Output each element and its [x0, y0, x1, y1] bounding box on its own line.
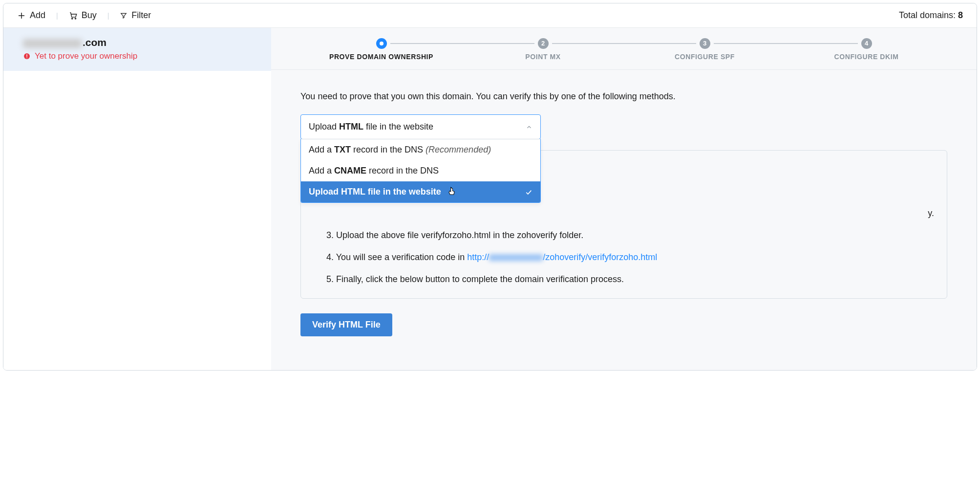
verification-method-select: Upload HTML file in the website Add a TX… — [300, 114, 541, 139]
chevron-up-icon — [526, 124, 533, 131]
step-configure-spf[interactable]: 3 CONFIGURE SPF — [624, 38, 786, 61]
content-area: PROVE DOMAIN OWNERSHIP 2 POINT MX 3 CONF… — [271, 28, 977, 370]
check-icon — [525, 188, 533, 196]
toolbar-separator: | — [107, 12, 110, 20]
domain-status-text: Yet to prove your ownership — [35, 51, 137, 61]
step-label: CONFIGURE DKIM — [786, 53, 947, 61]
plus-icon — [17, 11, 26, 20]
total-domains-count: 8 — [958, 10, 963, 20]
svg-rect-5 — [26, 54, 27, 57]
total-domains-label: Total domains: — [899, 10, 958, 20]
add-button[interactable]: Add — [17, 10, 45, 21]
domain-name-redacted — [23, 39, 82, 48]
total-domains: Total domains: 8 — [899, 10, 963, 21]
step-circle: 3 — [700, 38, 710, 49]
step-circle: 4 — [861, 38, 872, 49]
domain-sidebar: .com Yet to prove your ownership — [3, 28, 271, 370]
step-circle — [376, 38, 387, 49]
cart-icon — [69, 11, 78, 20]
step-configure-dkim[interactable]: 4 CONFIGURE DKIM — [786, 38, 947, 61]
step-prove-ownership[interactable]: PROVE DOMAIN OWNERSHIP — [300, 38, 462, 61]
svg-point-2 — [71, 18, 72, 19]
buy-button[interactable]: Buy — [69, 10, 97, 21]
select-menu: Add a TXT record in the DNS (Recommended… — [300, 139, 541, 203]
toolbar-left: Add | Buy | Filter — [17, 10, 151, 21]
step-point-mx[interactable]: 2 POINT MX — [462, 38, 624, 61]
instruction-step-5: 5. Finally, click the below button to co… — [314, 274, 934, 285]
cursor-icon — [447, 186, 456, 199]
step-label: PROVE DOMAIN OWNERSHIP — [300, 53, 462, 61]
select-trigger-text: Upload HTML file in the website — [309, 122, 433, 132]
main-layout: .com Yet to prove your ownership PROVE D… — [3, 28, 977, 370]
instruction-step-3: 3. Upload the above file verifyforzoho.h… — [314, 230, 934, 241]
instruction-step-partial: y. — [314, 208, 934, 219]
toolbar-separator: | — [55, 12, 59, 20]
option-label: Add a TXT record in the DNS (Recommended… — [309, 145, 491, 155]
step-circle: 2 — [538, 38, 549, 49]
add-label: Add — [30, 10, 45, 21]
step-label: POINT MX — [462, 53, 624, 61]
select-trigger[interactable]: Upload HTML file in the website — [300, 114, 541, 139]
domain-name: .com — [23, 37, 252, 48]
stepper: PROVE DOMAIN OWNERSHIP 2 POINT MX 3 CONF… — [271, 28, 977, 70]
option-upload-html[interactable]: Upload HTML file in the website — [301, 181, 540, 202]
option-cname-record[interactable]: Add a CNAME record in the DNS — [301, 160, 540, 181]
filter-icon — [120, 12, 128, 20]
buy-label: Buy — [82, 10, 97, 21]
intro-text: You need to prove that you own this doma… — [300, 91, 947, 102]
instruction-step-4: 4. You will see a verification code in h… — [314, 252, 934, 263]
filter-button[interactable]: Filter — [120, 10, 151, 21]
toolbar: Add | Buy | Filter Total domains: 8 — [3, 3, 977, 28]
step-label: CONFIGURE SPF — [624, 53, 786, 61]
url-redacted — [489, 254, 543, 261]
app-frame: Add | Buy | Filter Total domains: 8 — [3, 3, 977, 371]
domain-card[interactable]: .com Yet to prove your ownership — [3, 28, 271, 71]
filter-label: Filter — [131, 10, 151, 21]
svg-rect-6 — [26, 58, 27, 58]
option-txt-record[interactable]: Add a TXT record in the DNS (Recommended… — [301, 139, 540, 160]
option-label: Upload HTML file in the website — [309, 187, 441, 197]
option-label: Add a CNAME record in the DNS — [309, 166, 439, 176]
domain-suffix: .com — [83, 37, 107, 48]
domain-status: Yet to prove your ownership — [23, 51, 252, 61]
verify-html-button[interactable]: Verify HTML File — [300, 313, 392, 336]
content-body: You need to prove that you own this doma… — [271, 70, 977, 358]
svg-point-3 — [75, 18, 76, 19]
warning-icon — [23, 52, 31, 60]
verification-url-link[interactable]: http:///zohoverify/verifyforzoho.html — [467, 252, 657, 262]
